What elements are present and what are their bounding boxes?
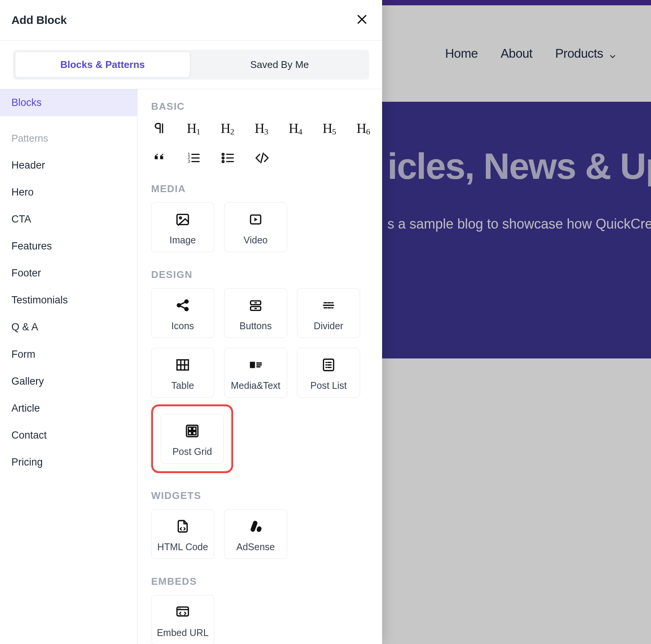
embed-url-icon	[175, 604, 190, 620]
media-text-icon	[248, 357, 263, 373]
h1-icon: H1	[187, 122, 200, 135]
block-table-label: Table	[171, 380, 194, 391]
block-table[interactable]: Table	[151, 348, 214, 398]
unordered-list-icon	[221, 151, 235, 165]
block-icons[interactable]: Icons	[151, 288, 214, 338]
sidebar-item-footer[interactable]: Footer	[0, 260, 137, 287]
block-h1[interactable]: H1	[185, 120, 201, 137]
sidebar-item-features[interactable]: Features	[0, 233, 137, 260]
sidebar-item-hero[interactable]: Hero	[0, 179, 137, 206]
share-icon	[175, 297, 190, 314]
adsense-icon	[248, 518, 263, 535]
block-embed-url-label: Embed URL	[157, 627, 209, 638]
ordered-list-icon: 123	[186, 151, 201, 165]
sidebar-item-header[interactable]: Header	[0, 152, 137, 179]
svg-line-23	[180, 306, 185, 309]
section-media: MEDIA Image Video	[151, 183, 371, 252]
svg-point-59	[179, 608, 179, 609]
block-buttons-label: Buttons	[240, 320, 272, 331]
block-post-grid-label: Post Grid	[172, 446, 212, 457]
sidebar-item-contact[interactable]: Contact	[0, 422, 137, 449]
block-buttons[interactable]: Buttons	[224, 288, 287, 338]
close-button[interactable]	[353, 11, 371, 30]
block-post-list-label: Post List	[310, 380, 347, 391]
svg-point-60	[180, 608, 180, 609]
block-post-list[interactable]: Post List	[297, 348, 360, 398]
panel-header: Add Block	[0, 0, 382, 41]
sidebar-item-article[interactable]: Article	[0, 395, 137, 422]
svg-rect-56	[256, 526, 262, 532]
h2-icon: H2	[221, 122, 234, 135]
sidebar-item-blocks[interactable]: Blocks	[0, 89, 137, 116]
hero-title: icles, News & Up	[387, 147, 651, 186]
hero-subtitle: s a sample blog to showcase how QuickCre	[387, 216, 651, 232]
tab-saved-by-me[interactable]: Saved By Me	[192, 52, 367, 77]
basic-row-1: H1 H2 H3 H4 H5 H6	[151, 120, 371, 137]
block-media-text[interactable]: Media&Text	[224, 348, 287, 398]
block-ordered-list[interactable]: 123	[185, 150, 202, 166]
content-area: BASIC H1 H2 H3 H4 H5 H6	[137, 89, 382, 644]
nav-products-label: Products	[555, 46, 603, 61]
svg-text:3: 3	[188, 159, 190, 164]
svg-rect-51	[188, 427, 191, 430]
add-block-panel: Add Block Blocks & Patterns Saved By Me …	[0, 0, 382, 644]
block-post-grid[interactable]: Post Grid	[161, 414, 224, 464]
block-h3[interactable]: H3	[253, 120, 269, 137]
paragraph-icon	[152, 121, 167, 136]
block-icons-label: Icons	[171, 320, 194, 331]
sidebar-item-pricing[interactable]: Pricing	[0, 449, 137, 476]
sidebar-item-gallery[interactable]: Gallery	[0, 368, 137, 395]
block-divider[interactable]: Divider	[297, 288, 360, 338]
block-h6[interactable]: H6	[355, 120, 371, 137]
svg-marker-18	[254, 218, 258, 221]
section-design: DESIGN Icons Buttons	[151, 269, 371, 473]
divider-icon	[321, 297, 336, 314]
block-media-text-label: Media&Text	[231, 380, 281, 391]
section-embeds-title: EMBEDS	[151, 576, 371, 587]
svg-rect-53	[188, 432, 191, 435]
section-basic-title: BASIC	[151, 101, 371, 112]
block-h2[interactable]: H2	[219, 120, 235, 137]
svg-rect-52	[193, 427, 196, 430]
nav-products[interactable]: Products	[555, 46, 617, 61]
close-icon	[356, 13, 368, 26]
tab-blocks-patterns[interactable]: Blocks & Patterns	[15, 52, 190, 77]
block-image[interactable]: Image	[151, 202, 214, 252]
code-icon	[255, 151, 269, 165]
video-icon	[248, 211, 263, 228]
svg-point-9	[222, 157, 224, 159]
svg-rect-54	[193, 432, 196, 435]
block-html-code[interactable]: HTML Code	[151, 509, 214, 559]
basic-row-2: 123	[151, 150, 371, 166]
svg-point-8	[222, 153, 224, 155]
block-h4[interactable]: H4	[287, 120, 303, 137]
sidebar-item-cta[interactable]: CTA	[0, 206, 137, 233]
tab-segment: Blocks & Patterns Saved By Me	[13, 50, 369, 80]
block-paragraph[interactable]	[151, 120, 167, 137]
nav-home[interactable]: Home	[445, 46, 478, 61]
table-icon	[175, 357, 190, 373]
sidebar: Blocks Patterns Header Hero CTA Features…	[0, 89, 137, 644]
tab-container: Blocks & Patterns Saved By Me	[0, 41, 382, 89]
h5-icon: H5	[322, 122, 336, 135]
h3-icon: H3	[254, 122, 268, 135]
block-video-label: Video	[243, 235, 268, 246]
block-unordered-list[interactable]	[220, 150, 236, 166]
block-video[interactable]: Video	[224, 202, 287, 252]
block-embed-url[interactable]: Embed URL	[151, 595, 214, 644]
h4-icon: H4	[289, 122, 302, 135]
sidebar-heading-patterns: Patterns	[0, 125, 137, 152]
sidebar-item-qa[interactable]: Q & A	[0, 314, 137, 341]
nav-about[interactable]: About	[501, 46, 532, 61]
sidebar-item-form[interactable]: Form	[0, 341, 137, 368]
block-h5[interactable]: H5	[321, 120, 337, 137]
image-icon	[175, 211, 190, 228]
block-code[interactable]	[254, 150, 270, 166]
chevron-down-icon	[608, 49, 617, 58]
block-image-label: Image	[169, 235, 196, 246]
panel-title: Add Block	[11, 14, 67, 27]
block-quote[interactable]	[151, 150, 168, 166]
sidebar-item-testimonials[interactable]: Testimonials	[0, 287, 137, 314]
quote-icon	[152, 151, 167, 165]
block-adsense[interactable]: AdSense	[224, 509, 287, 559]
